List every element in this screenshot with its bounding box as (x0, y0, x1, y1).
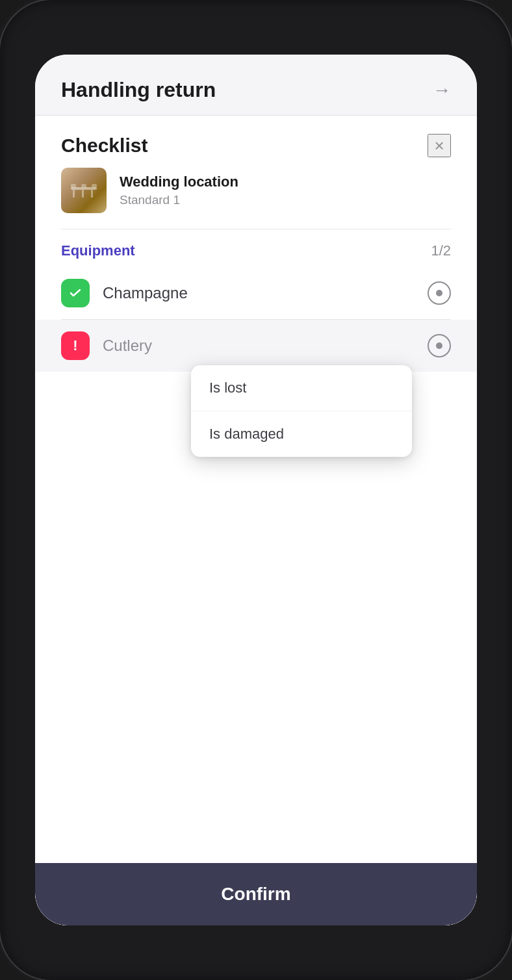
svg-rect-3 (91, 190, 93, 198)
arrow-right-icon[interactable]: → (433, 80, 451, 101)
cutlery-radio-button[interactable] (428, 334, 451, 357)
location-thumb-inner (61, 168, 107, 213)
alert-icon: ! (61, 331, 90, 360)
cutlery-item-name: Cutlery (103, 337, 415, 355)
location-card: Wedding location Standard 1 (61, 168, 451, 213)
confirm-bar: Confirm (35, 863, 477, 925)
dropdown-wrapper: Is lost Is damaged (61, 372, 477, 457)
equipment-count: 1/2 (431, 242, 451, 259)
equipment-header: Equipment 1/2 (35, 229, 477, 267)
radio-dot (436, 290, 442, 296)
equipment-item-champagne[interactable]: Champagne (35, 267, 477, 319)
close-button[interactable]: × (428, 134, 451, 157)
location-info: Wedding location Standard 1 (120, 174, 238, 207)
checklist-header: Checklist × (35, 116, 477, 168)
checklist-title: Checklist (61, 135, 147, 157)
champagne-radio-button[interactable] (428, 281, 451, 305)
svg-rect-6 (92, 184, 97, 188)
phone-screen: Handling return → Checklist × (35, 55, 477, 925)
confirm-button[interactable]: Confirm (61, 881, 451, 907)
location-name: Wedding location (120, 174, 238, 190)
location-thumbnail (61, 168, 107, 213)
dropdown-item-is-lost[interactable]: Is lost (191, 365, 412, 411)
equipment-item-cutlery[interactable]: ! Cutlery (35, 320, 477, 372)
app-header: Handling return → (35, 55, 477, 116)
svg-rect-1 (73, 190, 75, 198)
checkmark-icon (68, 285, 83, 301)
exclamation-icon: ! (73, 337, 77, 354)
equipment-label: Equipment (61, 242, 135, 259)
champagne-item-name: Champagne (103, 284, 415, 302)
svg-rect-2 (82, 190, 84, 198)
dropdown-item-is-damaged[interactable]: Is damaged (191, 411, 412, 457)
context-dropdown-menu: Is lost Is damaged (191, 365, 412, 457)
svg-rect-5 (81, 184, 86, 188)
location-subtitle: Standard 1 (120, 193, 238, 207)
checked-icon (61, 279, 90, 307)
page-title: Handling return (61, 78, 216, 102)
content-spacer (35, 457, 477, 863)
wedding-location-icon (68, 174, 100, 207)
phone-shell: Handling return → Checklist × (0, 0, 512, 980)
main-content: Checklist × (35, 116, 477, 925)
radio-dot-2 (436, 342, 442, 349)
svg-rect-4 (71, 184, 76, 188)
